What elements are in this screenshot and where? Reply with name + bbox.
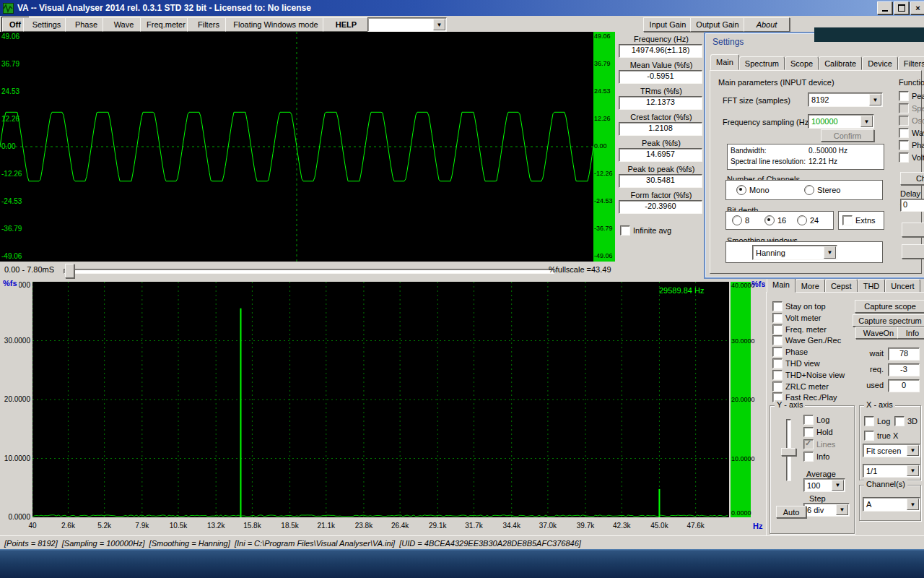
sampling-combobox[interactable]: 100000 ▼ — [808, 114, 874, 129]
radio-bit-24[interactable] — [797, 215, 807, 225]
smoothing-combobox[interactable]: Hanning ▼ — [752, 245, 837, 260]
checkbox-lines[interactable] — [803, 439, 814, 449]
delay-field[interactable]: 0 — [900, 199, 924, 212]
yaxis-option-row: Log — [803, 415, 829, 425]
close-icon: × — [915, 4, 920, 12]
checkbox-volt[interactable] — [899, 152, 909, 163]
capture-scope-button[interactable]: Capture scope — [855, 300, 924, 313]
bandwidth-label: Bandwidth: — [731, 147, 766, 155]
clipped-button[interactable] — [902, 244, 924, 259]
settings-tab-calibrate[interactable]: Calibrate — [819, 56, 862, 70]
clipped-button[interactable] — [902, 223, 924, 237]
y-scale-slider-thumb[interactable] — [781, 448, 796, 456]
chevron-down-icon[interactable]: ▼ — [836, 504, 848, 515]
toolbar-combobox[interactable]: ▼ — [367, 17, 447, 32]
x-3d-checkbox[interactable] — [894, 416, 905, 426]
phase-button[interactable]: Phase — [65, 17, 108, 32]
filters-button[interactable]: Filters — [187, 17, 230, 32]
checkbox-log[interactable] — [803, 415, 814, 425]
confirm-button[interactable]: Confirm — [821, 129, 874, 142]
info-button[interactable]: Info — [897, 327, 924, 339]
x-log-checkbox[interactable] — [864, 416, 874, 426]
checkbox-label: Log — [816, 415, 829, 424]
checkbox-freq-meter[interactable] — [772, 324, 783, 335]
checkbox-pha[interactable] — [899, 140, 909, 150]
panel-tab-main[interactable]: Main — [767, 277, 796, 293]
chevron-down-icon[interactable]: ▼ — [433, 19, 445, 30]
settings-tab-filters[interactable]: Filters — [898, 56, 924, 70]
wave-button[interactable]: Wave — [103, 17, 145, 32]
title-bar: VA -- Visual Analyser 2014 rel. 0.3.1 ST… — [0, 0, 924, 16]
checkbox-osci[interactable] — [899, 116, 909, 126]
capture-spectrum-button[interactable]: Capture spectrum — [853, 314, 924, 327]
settings-tab-scope[interactable]: Scope — [785, 56, 819, 70]
clipped-che-button[interactable]: Che — [900, 172, 924, 185]
spectrum-scale-label: 0.0000 — [731, 510, 751, 517]
freq-meter-button[interactable]: Freq.meter — [140, 17, 192, 32]
channel-combobox[interactable]: A ▼ — [863, 497, 920, 512]
infinite-avg-checkbox[interactable] — [620, 225, 630, 236]
checkbox-volt-meter[interactable] — [772, 313, 783, 323]
checkbox-wave-gen-rec[interactable] — [772, 335, 783, 345]
checkbox-info[interactable] — [803, 452, 814, 462]
checkbox-stay-on-top[interactable] — [772, 301, 783, 311]
time-scroll-thumb[interactable] — [65, 264, 74, 278]
input-gain-button[interactable]: Input Gain — [643, 17, 692, 32]
spectrum-scale-label: 30.0000 — [731, 338, 755, 345]
panel-tab-thd[interactable]: THD — [858, 279, 886, 293]
spectrum-x-label: 37.0k — [533, 522, 562, 530]
spectrum-plot[interactable]: 29589.84 Hz — [32, 282, 729, 517]
window-controls: × — [877, 1, 924, 14]
checkbox-wav[interactable] — [899, 128, 909, 138]
about-button[interactable]: About — [744, 17, 790, 32]
measurement-value: -20.3960 — [619, 200, 702, 214]
output-gain-button[interactable]: Output Gain — [690, 17, 745, 32]
panel-tab-more[interactable]: More — [796, 279, 825, 293]
ratio-combobox[interactable]: 1/1 ▼ — [863, 464, 920, 478]
settings-button[interactable]: Settings — [23, 17, 70, 32]
settings-tab-device[interactable]: Device — [862, 56, 898, 70]
scope-y-label: 36.79 — [1, 61, 19, 68]
minimize-button[interactable] — [877, 1, 892, 14]
x-3d-row: 3D — [894, 416, 918, 426]
settings-tab-main[interactable]: Main — [710, 54, 739, 70]
average-combobox[interactable]: 100 ▼ — [803, 478, 845, 492]
floating-windows-button[interactable]: Floating Windows mode — [225, 17, 326, 32]
panel-tab-cepst[interactable]: Cepst — [825, 279, 858, 293]
truex-checkbox[interactable] — [864, 431, 874, 441]
checkbox-peak[interactable] — [899, 91, 909, 101]
radio-bit-8[interactable] — [732, 215, 742, 225]
average-label: Average — [806, 470, 836, 478]
spectrum-x-label: 15.8k — [237, 522, 266, 530]
radio-bit-16[interactable] — [764, 215, 775, 225]
checkbox-hold[interactable] — [803, 427, 814, 437]
auto-button[interactable]: Auto — [776, 506, 806, 518]
measurement-label: Form factor (%fs) — [616, 191, 707, 199]
radio-mono[interactable] — [736, 185, 746, 195]
radio-label: Mono — [749, 186, 770, 194]
panel-tab-uncert[interactable]: Uncert — [885, 279, 920, 293]
chevron-down-icon[interactable]: ▼ — [860, 116, 873, 127]
help-button[interactable]: HELP — [323, 17, 370, 32]
resolution-label: Spectral line resolution: — [731, 158, 806, 165]
measurement-label: Frequency (Hz) — [616, 35, 707, 43]
chevron-down-icon[interactable]: ▼ — [824, 246, 836, 259]
functions-checkbox-list: PeakSpeOsciWavPhaVolt — [899, 91, 924, 171]
chevron-down-icon[interactable]: ▼ — [907, 499, 919, 510]
oscilloscope-plot[interactable] — [0, 32, 593, 262]
checkbox-spe[interactable] — [899, 103, 909, 113]
close-button[interactable]: × — [910, 1, 924, 14]
fit-screen-combobox[interactable]: Fit screen ▼ — [863, 444, 920, 457]
wave-on-button[interactable]: WaveOn — [855, 327, 902, 339]
fft-size-combobox[interactable]: 8192 ▼ — [808, 92, 883, 107]
chevron-down-icon[interactable]: ▼ — [907, 445, 919, 456]
time-scroll-track[interactable] — [64, 269, 554, 274]
chevron-down-icon[interactable]: ▼ — [832, 480, 844, 491]
settings-tab-spectrum[interactable]: Spectrum — [739, 56, 785, 70]
chevron-down-icon[interactable]: ▼ — [907, 465, 919, 476]
step-combobox[interactable]: 6 div ▼ — [803, 503, 850, 517]
radio-stereo[interactable] — [804, 185, 814, 195]
maximize-button[interactable] — [894, 1, 909, 14]
extns-checkbox[interactable] — [842, 215, 853, 225]
chevron-down-icon[interactable]: ▼ — [869, 94, 881, 105]
